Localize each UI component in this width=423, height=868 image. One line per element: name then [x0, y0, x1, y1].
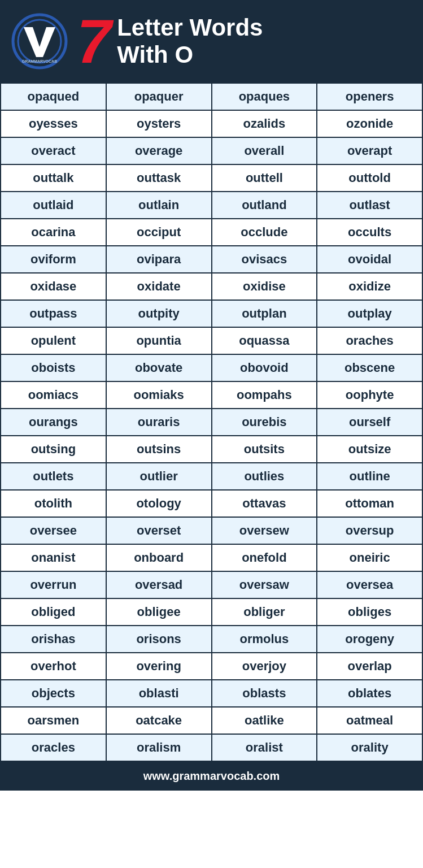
- word-cell: oquassa: [212, 327, 317, 354]
- table-row: ocarinaocciputoccludeoccults: [1, 219, 422, 246]
- word-cell: oxidize: [317, 273, 422, 300]
- word-cell: oxidise: [212, 273, 317, 300]
- word-cell: outlast: [317, 192, 422, 219]
- word-cell: orisons: [106, 626, 212, 653]
- word-cell: opulent: [1, 327, 106, 354]
- word-cell: oatcake: [106, 707, 212, 734]
- word-cell: outpass: [1, 300, 106, 327]
- word-cell: outsits: [212, 436, 317, 463]
- table-row: obligedobligeeobligerobliges: [1, 598, 422, 626]
- word-cell: outlaid: [1, 192, 106, 219]
- word-cell: ormolus: [212, 626, 317, 653]
- table-row: oomiacsoomiaksoompahsoophyte: [1, 381, 422, 409]
- word-cell: occiput: [106, 219, 212, 246]
- word-cell: outplay: [317, 300, 422, 327]
- table-row: oboistsobovateobovoidobscene: [1, 354, 422, 381]
- word-cell: oversup: [317, 517, 422, 544]
- table-row: overrunoversadoversawoversea: [1, 571, 422, 598]
- word-cell: ovisacs: [212, 246, 317, 273]
- word-cell: overrun: [1, 571, 106, 598]
- word-cell: oxidate: [106, 273, 212, 300]
- word-cell: oblasti: [106, 680, 212, 707]
- word-cell: ourself: [317, 409, 422, 436]
- word-cell: openers: [317, 83, 422, 110]
- word-cell: outtold: [317, 164, 422, 192]
- number-seven: 7: [77, 10, 111, 72]
- table-row: overseeoversetoversewoversup: [1, 517, 422, 544]
- svg-text:GRAMMARVOCAB: GRAMMARVOCAB: [22, 59, 57, 63]
- word-cell: oracles: [1, 734, 106, 761]
- word-cell: overapt: [317, 137, 422, 164]
- word-cell: outlain: [106, 192, 212, 219]
- word-cell: oversad: [106, 571, 212, 598]
- word-cell: orishas: [1, 626, 106, 653]
- word-cell: orogeny: [317, 626, 422, 653]
- word-cell: oysters: [106, 110, 212, 137]
- word-cell: outtask: [106, 164, 212, 192]
- word-cell: oraches: [317, 327, 422, 354]
- word-cell: overhot: [1, 653, 106, 680]
- word-cell: outplan: [212, 300, 317, 327]
- table-row: opulentopuntiaoquassaoraches: [1, 327, 422, 354]
- footer-url: www.grammarvocab.com: [143, 770, 280, 782]
- word-cell: obliged: [1, 598, 106, 626]
- word-cell: overall: [212, 137, 317, 164]
- word-cell: oomiacs: [1, 381, 106, 409]
- word-cell: oralism: [106, 734, 212, 761]
- word-cell: outtell: [212, 164, 317, 192]
- word-cell: ovoidal: [317, 246, 422, 273]
- word-cell: oversea: [317, 571, 422, 598]
- word-cell: opuntia: [106, 327, 212, 354]
- word-cell: obligee: [106, 598, 212, 626]
- word-cell: onefold: [212, 544, 317, 571]
- header: GRAMMARVOCAB 7 Letter Words With O: [0, 0, 423, 83]
- word-cell: opaqued: [1, 83, 106, 110]
- footer: www.grammarvocab.com: [0, 762, 423, 791]
- word-cell: overset: [106, 517, 212, 544]
- table-row: outtalkouttaskouttellouttold: [1, 164, 422, 192]
- table-row: oviformoviparaovisacsovoidal: [1, 246, 422, 273]
- word-cell: oneiric: [317, 544, 422, 571]
- word-cell: oxidase: [1, 273, 106, 300]
- logo: GRAMMARVOCAB: [11, 13, 68, 70]
- word-cell: opaques: [212, 83, 317, 110]
- word-cell: overact: [1, 137, 106, 164]
- word-cell: ozalids: [212, 110, 317, 137]
- page-title: Letter Words With O: [117, 14, 263, 69]
- word-cell: overlap: [317, 653, 422, 680]
- word-cell: oblasts: [212, 680, 317, 707]
- word-cell: oomiaks: [106, 381, 212, 409]
- word-cell: orality: [317, 734, 422, 761]
- word-cell: otolith: [1, 490, 106, 517]
- word-cell: ouraris: [106, 409, 212, 436]
- word-cell: obovoid: [212, 354, 317, 381]
- word-cell: oompahs: [212, 381, 317, 409]
- word-cell: oarsmen: [1, 707, 106, 734]
- table-row: outletsoutlieroutliesoutline: [1, 463, 422, 490]
- word-cell: outland: [212, 192, 317, 219]
- word-cell: ourebis: [212, 409, 317, 436]
- table-row: opaquedopaqueropaquesopeners: [1, 83, 422, 110]
- word-cell: outsing: [1, 436, 106, 463]
- word-cell: outtalk: [1, 164, 106, 192]
- word-cell: ottoman: [317, 490, 422, 517]
- word-cell: outsins: [106, 436, 212, 463]
- word-cell: overage: [106, 137, 212, 164]
- table-row: outpassoutpityoutplanoutplay: [1, 300, 422, 327]
- word-cell: obscene: [317, 354, 422, 381]
- table-row: onanistonboardonefoldoneiric: [1, 544, 422, 571]
- word-cell: obliger: [212, 598, 317, 626]
- word-cell: outsize: [317, 436, 422, 463]
- table-row: orishasorisonsormolusorogeny: [1, 626, 422, 653]
- word-cell: opaquer: [106, 83, 212, 110]
- word-cell: outpity: [106, 300, 212, 327]
- word-cell: oblates: [317, 680, 422, 707]
- word-cell: outlier: [106, 463, 212, 490]
- word-cell: outlies: [212, 463, 317, 490]
- word-cell: onanist: [1, 544, 106, 571]
- table-row: otolithotologyottavasottoman: [1, 490, 422, 517]
- word-cell: oyesses: [1, 110, 106, 137]
- word-cell: oversee: [1, 517, 106, 544]
- table-row: overactoverageoveralloverapt: [1, 137, 422, 164]
- word-cell: ovipara: [106, 246, 212, 273]
